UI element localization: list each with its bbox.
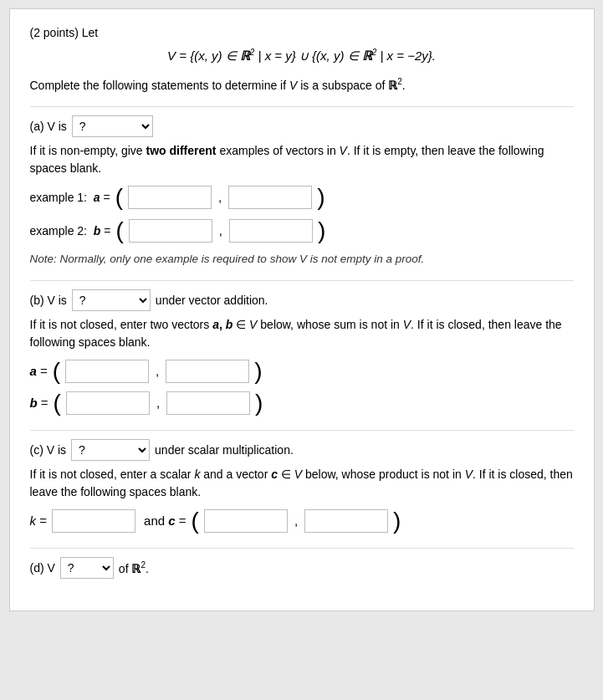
section-a-text: (a) V is	[30, 120, 67, 133]
c-left-paren: (	[192, 509, 199, 533]
main-card: (2 points) Let V = {(x, y) ∈ ℝ2 | x = y}…	[9, 8, 595, 611]
section-d: (d) V ? is is not of ℝ2.	[30, 557, 574, 579]
section-b: (b) V is ? closed not closed under vecto…	[30, 289, 574, 415]
section-d-suffix: of ℝ2.	[119, 560, 149, 575]
section-c-dropdown[interactable]: ? closed not closed	[71, 439, 150, 461]
divider-top	[30, 106, 574, 107]
math-formula: V = {(x, y) ∈ ℝ2 | x = y} ∪ {(x, y) ∈ ℝ2…	[30, 48, 574, 64]
b-b-input2[interactable]	[166, 391, 250, 415]
section-c: (c) V is ? closed not closed under scala…	[30, 439, 574, 533]
b-a-comma: ,	[156, 364, 159, 378]
example2-right-paren: )	[318, 219, 325, 243]
b-b-comma: ,	[156, 396, 160, 410]
section-a-dropdown[interactable]: ? non-empty empty	[72, 115, 153, 137]
example2-row: example 2: b = ( , )	[30, 219, 574, 243]
complete-description: Complete the following statements to det…	[30, 75, 574, 95]
section-a-note: Note: Normally, only one example is requ…	[30, 253, 574, 265]
example2-input2[interactable]	[229, 219, 313, 243]
c-k-input[interactable]	[52, 509, 135, 533]
section-b-desc: If it is not closed, enter two vectors a…	[30, 316, 574, 351]
c-k-label: k =	[30, 514, 47, 528]
example1-input1[interactable]	[128, 186, 212, 209]
section-a-desc: If it is non-empty, give two different e…	[30, 142, 574, 177]
c-c-input1[interactable]	[204, 509, 288, 533]
section-c-desc: If it is not closed, enter a scalar k an…	[30, 466, 574, 501]
points-label: (2 points) Let	[30, 26, 99, 39]
section-b-label: (b) V is ? closed not closed under vecto…	[30, 289, 574, 311]
b-section-b-row: b = ( , )	[30, 391, 574, 415]
c-right-paren: )	[393, 509, 401, 533]
example1-comma: ,	[218, 190, 222, 204]
example2-label: example 2: b =	[30, 224, 111, 238]
example1-left-paren: (	[115, 186, 123, 209]
b-a-input2[interactable]	[166, 360, 249, 383]
example2-left-paren: (	[115, 219, 123, 243]
divider-bc	[30, 430, 574, 431]
section-a-label: (a) V is ? non-empty empty	[30, 115, 574, 137]
b-a-right-paren: )	[254, 360, 262, 383]
b-b-left-paren: (	[54, 391, 61, 415]
example1-label: example 1: a =	[30, 191, 110, 204]
header-text: (2 points) Let	[30, 26, 574, 39]
section-d-label: (d) V ? is is not of ℝ2.	[30, 557, 574, 579]
b-section-a-row: a = ( , )	[30, 360, 574, 383]
example1-right-paren: )	[317, 186, 324, 209]
b-b-input1[interactable]	[66, 391, 150, 415]
section-c-suffix: under scalar multiplication.	[155, 443, 294, 457]
section-b-suffix: under vector addition.	[156, 294, 268, 307]
divider-cd	[30, 548, 574, 549]
example2-comma: ,	[219, 223, 222, 238]
divider-ab	[30, 280, 574, 281]
b-a-input1[interactable]	[65, 360, 149, 383]
section-a: (a) V is ? non-empty empty If it is non-…	[30, 115, 574, 265]
b-b-right-paren: )	[255, 391, 263, 415]
b-b-label: b =	[30, 396, 49, 410]
section-c-text: (c) V is	[30, 443, 67, 457]
example1-input2[interactable]	[228, 186, 312, 209]
b-a-left-paren: (	[53, 360, 60, 383]
section-b-text: (b) V is	[30, 294, 67, 307]
c-and-label: and c =	[141, 514, 187, 528]
example1-row: example 1: a = ( , )	[30, 186, 574, 209]
section-b-dropdown[interactable]: ? closed not closed	[72, 289, 151, 311]
section-d-text: (d) V	[30, 561, 55, 575]
c-comma: ,	[294, 514, 298, 528]
c-c-input2[interactable]	[304, 509, 388, 533]
section-c-label: (c) V is ? closed not closed under scala…	[30, 439, 574, 461]
example2-input1[interactable]	[129, 219, 212, 243]
section-d-dropdown[interactable]: ? is is not	[60, 557, 114, 579]
b-a-label: a =	[30, 364, 48, 378]
section-c-inputs: k = and c = ( , )	[30, 509, 574, 533]
